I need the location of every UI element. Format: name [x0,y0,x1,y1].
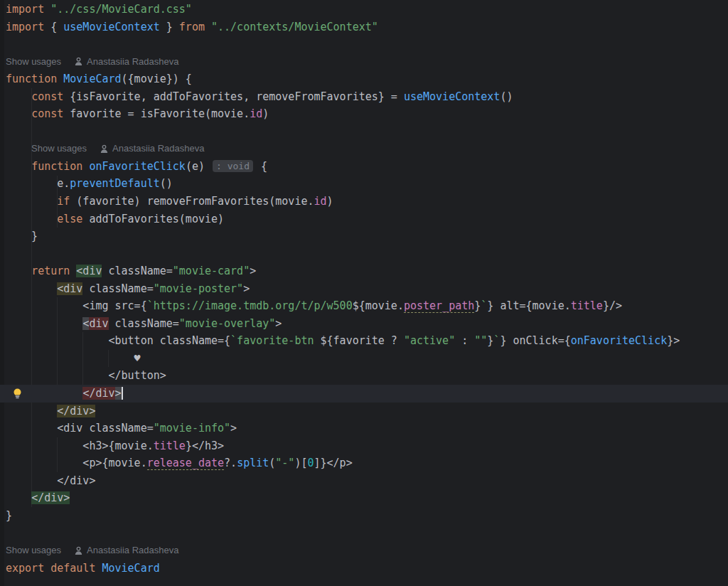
code-line[interactable]: function onFavoriteClick(e) : void { [0,158,728,176]
code-token: } alt={movie. [487,299,570,312]
code-line[interactable]: const favorite = isFavorite(movie.id) [0,105,728,123]
code-line[interactable]: const {isFavorite, addToFavorites, remov… [0,88,728,106]
code-token: () [500,90,513,103]
code-token: (favorite) removeFromFavorites(movie. [76,195,314,208]
code-line[interactable]: import { useMovieContext } from "../cont… [0,18,728,36]
code-token: div [89,317,108,330]
code-line[interactable]: </div> [0,385,728,403]
empty-code-line[interactable] [0,245,728,263]
code-token: ({movie}) { [122,73,192,85]
code-token: ( [269,457,275,469]
show-usages-link[interactable]: Show usages [6,542,61,560]
code-token: <p>{movie. [6,457,147,469]
code-token: ` [481,299,487,312]
person-icon [74,57,83,66]
empty-code-line[interactable] [0,36,728,53]
show-usages-link[interactable]: Show usages [31,140,87,158]
code-token: }/> [603,299,622,312]
code-line[interactable]: import "../css/MovieCard.css" [0,1,728,18]
code-token: <img src={ [6,299,147,312]
code-token: import [6,21,50,33]
code-line[interactable]: <div className="movie-info"> [0,420,728,437]
code-token [6,317,82,330]
code-token [6,195,57,208]
code-token: poster_path [404,299,474,313]
code-line[interactable]: </div> [0,489,728,507]
code-line[interactable]: export default MovieCard [0,560,728,577]
code-line[interactable]: </div> [0,472,728,490]
code-token: "movie-poster" [154,282,243,295]
code-token: "" [474,334,487,347]
code-token: className= [102,265,172,277]
code-token [6,90,31,103]
code-token: ${movie. [353,299,404,312]
code-token: } [6,230,38,243]
code-line[interactable]: } [0,228,728,245]
code-line[interactable]: ♥ [0,350,728,368]
code-token: } [160,21,179,33]
code-token: release_date [147,457,224,470]
code-token: <div [57,282,82,295]
code-author-annotation[interactable]: Anastasiia Radasheva [74,542,178,560]
code-token: > [115,387,122,400]
code-token: } [487,334,493,347]
code-line[interactable]: if (favorite) removeFromFavorites(movie.… [0,193,728,211]
code-token: (e) [186,160,211,173]
code-token: id [314,195,326,208]
code-token: title [154,440,186,452]
code-token: )[ [294,457,307,469]
empty-code-line[interactable] [0,524,728,542]
code-token: </div> [31,491,70,504]
code-author-annotation[interactable]: Anastasiia Radasheva [74,53,178,71]
code-token: const [31,90,70,103]
code-token [6,265,31,277]
code-token: MovieCard [63,73,121,85]
code-line[interactable]: function MovieCard({movie}) { [0,70,728,88]
code-token: { [50,21,63,33]
code-editor[interactable]: import "../css/MovieCard.css"import { us… [0,0,728,586]
code-line[interactable]: } [0,507,728,525]
code-token: preventDefault [70,177,159,190]
empty-code-line[interactable] [0,123,728,141]
code-token: useMovieContext [63,21,159,33]
code-token: addToFavorites(movie) [89,213,224,225]
code-token: "movie-info" [154,422,230,435]
code-line[interactable]: <h3>{movie.title}</h3> [0,437,728,455]
code-token: } [6,509,12,522]
code-author-annotation[interactable]: Anastasiia Radasheva [100,140,204,158]
code-line[interactable]: <img src={`https://image.tmdb.org/t/p/w5… [0,297,728,315]
code-line[interactable]: return <div className="movie-card"> [0,262,728,280]
code-token [6,160,31,173]
code-token: e. [6,177,70,190]
code-token: ) [327,195,333,208]
code-line[interactable]: <div className="movie-overlay"> [0,315,728,333]
code-lens-line[interactable]: Show usages Anastasiia Radasheva [0,53,728,71]
code-line[interactable]: <div className="movie-poster"> [0,280,728,298]
inlay-type-hint: : void [213,160,253,172]
code-line[interactable]: <p>{movie.release_date?.split("-")[0]}</… [0,454,728,472]
code-token: className= [109,317,179,330]
code-token: : [455,334,474,347]
code-token: const [31,107,70,120]
code-token: }> [667,334,680,347]
code-token: function [31,160,89,173]
code-line[interactable]: <button className={`favorite-btn ${favor… [0,332,728,350]
code-lens-line[interactable]: Show usages Anastasiia Radasheva [0,140,728,158]
code-token: <div className= [6,422,154,435]
code-token: MovieCard [102,562,159,575]
code-token: function [6,73,63,85]
show-usages-link[interactable]: Show usages [6,53,61,71]
code-lens-line[interactable]: Show usages Anastasiia Radasheva [0,542,728,560]
intention-lightbulb-icon[interactable] [11,388,23,400]
code-line[interactable]: else addToFavorites(movie) [0,211,728,228]
code-line[interactable]: </button> [0,367,728,385]
code-token: ?. [224,457,237,469]
author-name: Anastasiia Radasheva [87,542,178,560]
code-line[interactable]: </div> [0,403,728,420]
code-token: {isFavorite, addToFavorites, removeFromF… [70,90,404,103]
code-token: `https://image.tmdb.org/t/p/w500 [147,299,353,312]
code-token [6,107,31,120]
code-token: <h3>{movie. [6,440,154,452]
author-name: Anastasiia Radasheva [87,53,178,71]
code-line[interactable]: e.preventDefault() [0,175,728,193]
